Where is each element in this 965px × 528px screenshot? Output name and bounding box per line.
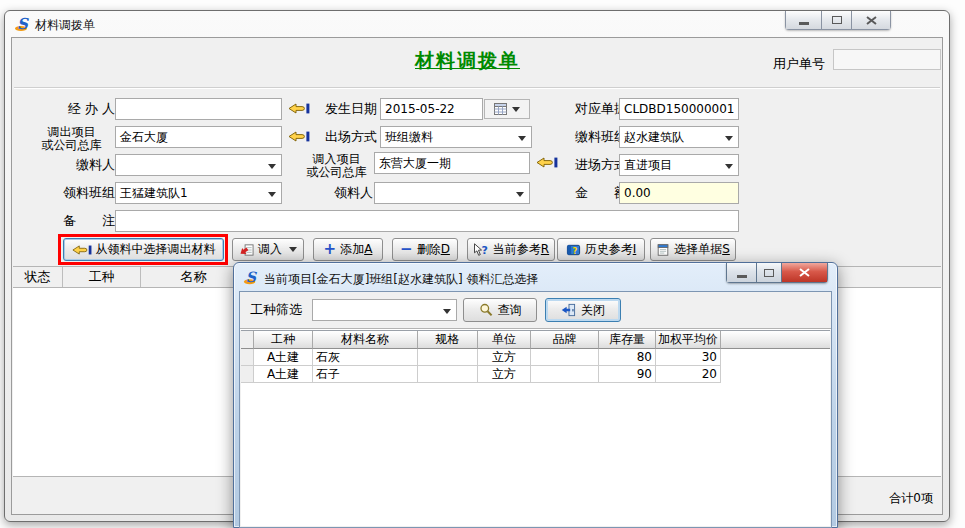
search-button[interactable]: 查询 xyxy=(463,298,537,322)
dialog-title: 当前项目[金石大厦]班组[赵水建筑队] 领料汇总选择 xyxy=(264,271,539,288)
col-header-avg-price[interactable]: 加权平均价 xyxy=(656,331,721,349)
chevron-down-icon xyxy=(512,107,520,112)
page-title: 材料调拨单 xyxy=(415,48,520,74)
chevron-down-icon xyxy=(518,136,526,141)
remark-input[interactable] xyxy=(115,210,739,232)
table-row[interactable]: A土建 石子 立方 90 20 xyxy=(241,366,830,383)
dialog-close-button[interactable] xyxy=(782,263,828,283)
header-separator xyxy=(14,87,940,89)
doc-no-input[interactable]: CLDBD150000001 xyxy=(619,98,739,120)
amount-input[interactable]: 0.00 xyxy=(619,182,739,204)
chevron-down-icon xyxy=(516,192,524,197)
cell-avg-price: 20 xyxy=(656,366,721,383)
maximize-button[interactable] xyxy=(822,11,852,30)
import-icon xyxy=(239,243,254,257)
minus-icon: − xyxy=(400,242,413,257)
table-row[interactable]: A土建 石灰 立方 80 30 xyxy=(241,349,830,366)
hand-picker-icon[interactable] xyxy=(536,155,558,171)
plus-icon: + xyxy=(324,242,337,257)
payer-label: 缴料人 xyxy=(32,154,115,176)
col-header-brand[interactable]: 品牌 xyxy=(531,331,599,349)
close-button[interactable] xyxy=(852,11,891,30)
app-logo-icon: S xyxy=(14,15,32,33)
hand-picker-icon[interactable] xyxy=(288,129,310,145)
chevron-down-icon xyxy=(268,164,276,169)
pay-team-label: 缴料班组 xyxy=(565,126,627,148)
col-header-spec[interactable]: 规格 xyxy=(418,331,478,349)
col-header-stock[interactable]: 库存量 xyxy=(599,331,656,349)
date-picker-button[interactable] xyxy=(484,99,530,119)
pick-team-label: 领料班组 xyxy=(32,182,115,204)
cell-stock: 80 xyxy=(599,349,656,366)
history-reference-button[interactable]: ? 历史参考I xyxy=(557,238,645,261)
cell-unit: 立方 xyxy=(478,349,531,366)
exit-door-icon xyxy=(561,303,576,317)
col-header-worktype[interactable]: 工种 xyxy=(254,331,313,349)
svg-text:S: S xyxy=(246,269,258,285)
grid-header-row: 工种 材料名称 规格 单位 品牌 库存量 加权平均价 xyxy=(241,331,830,349)
close-icon xyxy=(866,16,877,25)
pick-team-select[interactable]: 王猛建筑队1 xyxy=(115,182,282,204)
select-document-button[interactable]: 选择单据S xyxy=(650,238,736,261)
cursor-help-icon: ? xyxy=(473,243,489,257)
hand-picker-icon[interactable] xyxy=(288,101,310,117)
out-project-input[interactable]: 金石大厦 xyxy=(115,126,282,148)
in-project-input[interactable]: 东营大厦一期 xyxy=(374,152,530,174)
out-mode-label: 出场方式 xyxy=(315,126,377,148)
col-header-material-name[interactable]: 材料名称 xyxy=(313,331,418,349)
out-mode-select[interactable]: 班组缴料 xyxy=(380,126,532,148)
dialog-maximize-button[interactable] xyxy=(757,263,782,283)
cell-filler xyxy=(721,349,830,366)
add-button[interactable]: + 添加A xyxy=(313,238,383,261)
picker-select[interactable] xyxy=(374,182,530,204)
cell-filler xyxy=(721,366,830,383)
minimize-button[interactable] xyxy=(785,11,822,30)
main-titlebar: S 材料调拨单 xyxy=(5,11,949,37)
cell-brand xyxy=(531,366,599,383)
column-header-status[interactable]: 状态 xyxy=(13,267,63,287)
remark-label: 备 注 xyxy=(32,210,115,232)
document-icon xyxy=(656,243,670,257)
svg-text:?: ? xyxy=(572,245,577,255)
doc-no-label: 对应单据 xyxy=(565,98,627,120)
amount-label: 金 额 xyxy=(565,182,627,204)
cell-spec xyxy=(418,366,478,383)
in-project-label: 调入项目或公司总库 xyxy=(300,153,373,179)
app-logo-icon: S xyxy=(243,269,260,286)
pay-team-select[interactable]: 赵水建筑队 xyxy=(619,126,739,148)
svg-text:S: S xyxy=(17,15,29,33)
material-grid: 工种 材料名称 规格 单位 品牌 库存量 加权平均价 A土建 石灰 立方 xyxy=(241,330,830,526)
close-icon xyxy=(799,268,810,277)
operator-input[interactable] xyxy=(115,98,282,120)
user-no-label: 用户单号 xyxy=(755,55,825,73)
date-label: 发生日期 xyxy=(315,98,377,120)
payer-select[interactable] xyxy=(115,154,282,176)
dialog-close-action-button[interactable]: 关闭 xyxy=(545,298,621,322)
column-header-worktype[interactable]: 工种 xyxy=(63,267,141,287)
dialog-minimize-button[interactable] xyxy=(726,263,757,283)
delete-button[interactable]: − 删除D xyxy=(392,238,458,261)
current-reference-button[interactable]: ? 当前参考R xyxy=(467,238,555,261)
screen: S 材料调拨单 材料调拨单 用户单号 经 办 人 xyxy=(0,0,965,528)
hand-icon xyxy=(72,243,92,257)
book-icon: ? xyxy=(566,243,581,257)
col-header-unit[interactable]: 单位 xyxy=(478,331,531,349)
import-button[interactable]: 调入 xyxy=(232,238,304,261)
select-out-material-button[interactable]: 从领料中选择调出材料 xyxy=(63,238,224,261)
dialog-window-controls xyxy=(726,263,828,283)
chevron-down-icon xyxy=(289,247,297,252)
row-selector[interactable] xyxy=(241,366,254,383)
column-header-name[interactable]: 名称 xyxy=(141,267,247,287)
in-mode-select[interactable]: 直进项目 xyxy=(619,154,739,176)
user-no-input[interactable] xyxy=(833,49,941,70)
out-project-label: 调出项目或公司总库 xyxy=(28,126,115,152)
row-selector[interactable] xyxy=(241,349,254,366)
cell-unit: 立方 xyxy=(478,366,531,383)
cell-brand xyxy=(531,349,599,366)
cell-material-name: 石子 xyxy=(313,366,418,383)
date-input[interactable]: 2015-05-22 xyxy=(380,98,483,120)
cell-worktype: A土建 xyxy=(254,349,313,366)
window-title: 材料调拨单 xyxy=(35,17,95,34)
worktype-filter-select[interactable] xyxy=(312,299,457,321)
picker-label: 领料人 xyxy=(300,182,373,204)
